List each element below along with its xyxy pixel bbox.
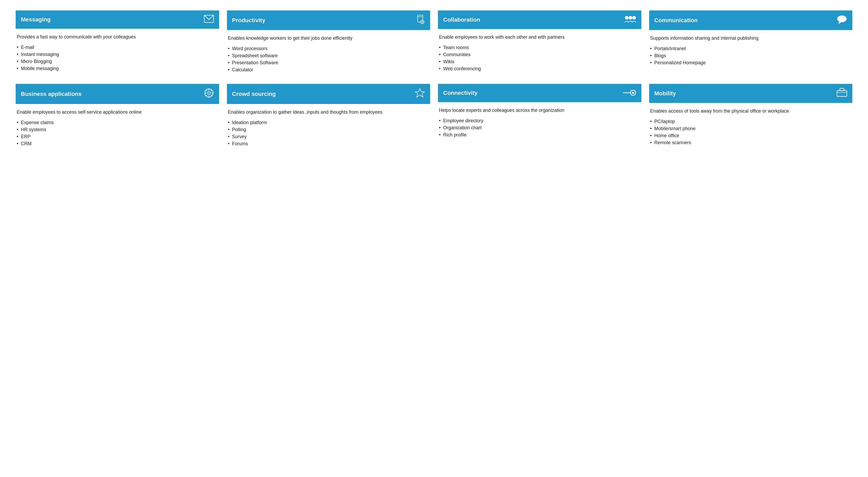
card-header-business-applications: Business applications bbox=[16, 84, 219, 104]
card-desc-crowd-sourcing: Enables organization to gather ideas ,in… bbox=[228, 109, 429, 116]
svg-line-17 bbox=[206, 90, 207, 91]
card-desc-communication: Supports information sharing and interna… bbox=[650, 35, 851, 41]
svg-point-11 bbox=[208, 92, 210, 94]
list-item: E-mail bbox=[17, 44, 218, 51]
card-title-mobility: Mobility bbox=[654, 90, 676, 97]
card-body-crowd-sourcing: Enables organization to gather ideas ,in… bbox=[227, 104, 430, 147]
svg-marker-21 bbox=[415, 89, 425, 97]
crowd-sourcing-icon bbox=[415, 88, 425, 100]
card-title-communication: Communication bbox=[654, 17, 698, 24]
card-crowd-sourcing: Crowd sourcing Enables organization to g… bbox=[227, 84, 430, 147]
card-header-communication: Communication bbox=[649, 10, 852, 30]
card-connectivity: Connectivity Helps locate experts and co… bbox=[438, 84, 641, 147]
card-collaboration: Collaboration Enable employees to work w… bbox=[438, 10, 641, 73]
card-header-productivity: Productivity bbox=[227, 10, 430, 30]
list-item: ERP bbox=[17, 133, 218, 140]
list-item: Employee directory bbox=[439, 117, 640, 124]
card-header-collaboration: Collaboration bbox=[438, 10, 641, 29]
card-body-collaboration: Enable employees to work with each other… bbox=[438, 29, 641, 72]
list-item: Remote scanners bbox=[650, 139, 851, 146]
card-desc-collaboration: Enable employees to work with each other… bbox=[439, 34, 640, 40]
card-title-messaging: Messaging bbox=[21, 16, 51, 23]
card-list-crowd-sourcing: Ideation platformPollingSurveyForums bbox=[228, 119, 429, 147]
list-item: Rich profile bbox=[439, 131, 640, 139]
list-item: Forums bbox=[228, 140, 429, 147]
collaboration-icon bbox=[625, 14, 636, 25]
list-item: Calculator bbox=[228, 66, 429, 73]
list-item: Web conferencing bbox=[439, 65, 640, 72]
connectivity-icon bbox=[623, 89, 636, 97]
list-item: Team rooms bbox=[439, 44, 640, 51]
card-list-messaging: E-mailInstant messagingMicro BloggingMob… bbox=[17, 44, 218, 72]
list-item: Expense claims bbox=[17, 119, 218, 126]
card-desc-mobility: Enables access of tools away from the ph… bbox=[650, 108, 851, 114]
category-grid: Messaging Provides a fast way to communi… bbox=[16, 10, 852, 147]
card-productivity: Productivity Enables knowledge workers t… bbox=[227, 10, 430, 73]
card-body-productivity: Enables knowledge workers to get their j… bbox=[227, 30, 430, 73]
card-communication: Communication Supports information shari… bbox=[649, 10, 852, 73]
list-item: CRM bbox=[17, 140, 218, 147]
business-applications-icon bbox=[204, 88, 214, 100]
card-list-mobility: PC/laptopMobile/smart phoneHome officeRe… bbox=[650, 118, 851, 146]
card-messaging: Messaging Provides a fast way to communi… bbox=[16, 10, 219, 73]
card-title-crowd-sourcing: Crowd sourcing bbox=[232, 91, 276, 97]
card-desc-business-applications: Enable employees to access self-service … bbox=[17, 109, 218, 116]
card-body-mobility: Enables access of tools away from the ph… bbox=[649, 103, 852, 146]
card-title-collaboration: Collaboration bbox=[443, 17, 480, 23]
card-header-messaging: Messaging bbox=[16, 10, 219, 29]
list-item: Personalized Homepage bbox=[650, 59, 851, 66]
card-title-business-applications: Business applications bbox=[21, 91, 82, 97]
card-list-communication: Portals/intranetBlogsPersonalized Homepa… bbox=[650, 45, 851, 66]
list-item: Polling bbox=[228, 126, 429, 133]
messaging-icon bbox=[204, 15, 214, 25]
card-header-mobility: Mobility bbox=[649, 84, 852, 103]
svg-line-19 bbox=[211, 90, 212, 91]
card-title-productivity: Productivity bbox=[232, 17, 265, 24]
svg-point-6 bbox=[625, 16, 628, 19]
svg-line-20 bbox=[206, 95, 207, 96]
list-item: Presentation Software bbox=[228, 59, 429, 66]
list-item: Communities bbox=[439, 51, 640, 58]
svg-point-7 bbox=[629, 16, 632, 19]
card-header-connectivity: Connectivity bbox=[438, 84, 641, 102]
list-item: Word processors bbox=[228, 45, 429, 52]
card-body-messaging: Provides a fast way to communicate with … bbox=[16, 29, 219, 72]
card-list-business-applications: Expense claimsHR systemsERPCRM bbox=[17, 119, 218, 147]
list-item: Spreadsheet software bbox=[228, 52, 429, 59]
card-list-productivity: Word processorsSpreadsheet softwarePrese… bbox=[228, 45, 429, 73]
card-header-crowd-sourcing: Crowd sourcing bbox=[227, 84, 430, 104]
card-body-connectivity: Helps locate experts and colleagues acro… bbox=[438, 102, 641, 139]
list-item: HR systems bbox=[17, 126, 218, 133]
communication-icon bbox=[837, 14, 847, 26]
productivity-icon bbox=[415, 14, 425, 26]
list-item: Instant messaging bbox=[17, 51, 218, 58]
card-mobility: Mobility Enables access of tools away fr… bbox=[649, 84, 852, 147]
svg-point-24 bbox=[632, 92, 634, 94]
list-item: Home office bbox=[650, 132, 851, 139]
card-list-connectivity: Employee directoryOrganization chartRich… bbox=[439, 117, 640, 139]
list-item: Mobile messaging bbox=[17, 65, 218, 72]
list-item: Organization chart bbox=[439, 124, 640, 131]
svg-point-8 bbox=[632, 16, 636, 19]
card-desc-connectivity: Helps locate experts and colleagues acro… bbox=[439, 107, 640, 114]
card-desc-messaging: Provides a fast way to communicate with … bbox=[17, 33, 218, 40]
card-title-connectivity: Connectivity bbox=[443, 90, 477, 96]
svg-line-18 bbox=[211, 95, 212, 96]
card-business-applications: Business applications Enable employees t… bbox=[16, 84, 219, 147]
list-item: Wikis bbox=[439, 58, 640, 65]
list-item: Mobile/smart phone bbox=[650, 125, 851, 132]
mobility-icon bbox=[837, 88, 847, 99]
list-item: Blogs bbox=[650, 52, 851, 59]
card-body-business-applications: Enable employees to access self-service … bbox=[16, 104, 219, 147]
card-list-collaboration: Team roomsCommunitiesWikisWeb conferenci… bbox=[439, 44, 640, 72]
card-body-communication: Supports information sharing and interna… bbox=[649, 30, 852, 66]
list-item: PC/laptop bbox=[650, 118, 851, 125]
svg-rect-26 bbox=[837, 91, 847, 96]
card-desc-productivity: Enables knowledge workers to get their j… bbox=[228, 35, 429, 41]
list-item: Ideation platform bbox=[228, 119, 429, 126]
svg-point-9 bbox=[837, 16, 846, 22]
list-item: Portals/intranet bbox=[650, 45, 851, 52]
list-item: Micro Blogging bbox=[17, 58, 218, 65]
list-item: Survey bbox=[228, 133, 429, 140]
